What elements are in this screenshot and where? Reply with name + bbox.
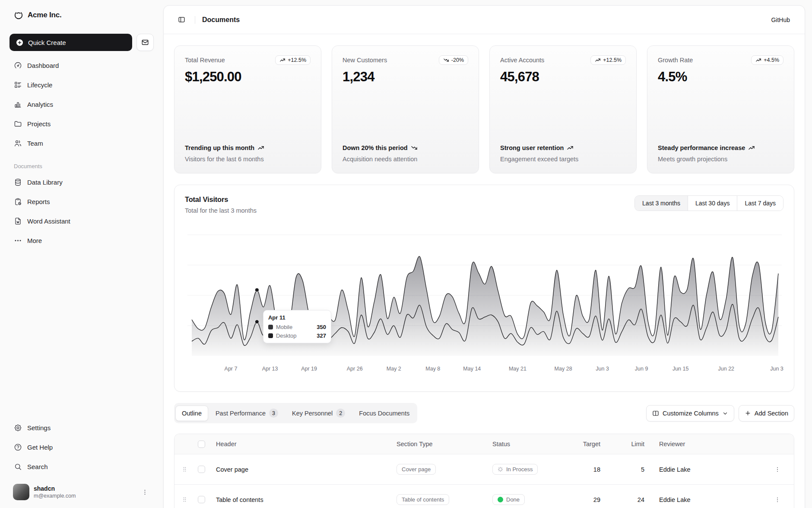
table-row: Table of contents Table of contents Done…: [174, 484, 794, 508]
limit-cell[interactable]: 5: [612, 466, 656, 473]
stat-card-new-customers: New Customers -20% 1,234 Down 20% this p…: [332, 45, 479, 173]
sidebar-toggle-button[interactable]: [175, 13, 188, 26]
sidebar-item-label: Team: [27, 140, 43, 147]
svg-text:Jun 30: Jun 30: [770, 366, 783, 372]
sidebar-item-word-assistant[interactable]: Word Assistant: [10, 213, 154, 230]
stat-cards: Total Revenue +12.5% $1,250.00 Trending …: [174, 45, 794, 173]
tab-focus-documents[interactable]: Focus Documents: [352, 406, 416, 421]
sidebar-item-reports[interactable]: Reports: [10, 193, 154, 210]
inner-shadow-top-icon: [14, 10, 23, 20]
row-actions-button[interactable]: [772, 495, 783, 505]
sidebar-item-dashboard[interactable]: Dashboard: [10, 57, 154, 74]
column-reviewer: Reviewer: [656, 441, 769, 447]
limit-cell[interactable]: 24: [612, 496, 656, 503]
row-checkbox[interactable]: [198, 466, 205, 473]
stat-footer-title: Down 20% this period: [343, 144, 468, 153]
svg-text:Jun 9: Jun 9: [635, 366, 648, 372]
sidebar-item-lifecycle[interactable]: Lifecycle: [10, 77, 154, 93]
search-icon: [14, 463, 22, 471]
section-type-badge: Cover page: [396, 464, 436, 475]
stat-footer-title: Strong user retention: [500, 144, 626, 153]
svg-text:May 28: May 28: [555, 366, 572, 372]
sidebar-item-label: Get Help: [27, 444, 53, 451]
drag-handle[interactable]: [174, 466, 194, 473]
column-limit: Limit: [612, 441, 656, 447]
sidebar-item-projects[interactable]: Projects: [10, 115, 154, 132]
column-header: Header: [213, 441, 393, 447]
range-last-7-days[interactable]: Last 7 days: [737, 196, 783, 211]
customize-columns-button[interactable]: Customize Columns: [646, 405, 734, 422]
badge-value: -20%: [451, 57, 464, 63]
table-row: Cover page Cover page In Process 18 5 Ed…: [174, 454, 794, 484]
chevron-down-icon: [722, 410, 728, 416]
row-header-cell[interactable]: Cover page: [213, 466, 393, 473]
svg-text:May 21: May 21: [509, 366, 527, 372]
trending-up-icon: [257, 144, 264, 151]
sidebar-item-settings[interactable]: Settings: [10, 419, 154, 436]
sidebar-item-analytics[interactable]: Analytics: [10, 96, 154, 113]
sidebar-item-label: Settings: [27, 424, 51, 431]
user-menu[interactable]: shadcn m@example.com: [10, 481, 154, 501]
folder-icon: [14, 120, 22, 128]
stat-label: New Customers: [343, 55, 387, 64]
tooltip-row-mobile: Mobile 350: [268, 324, 326, 330]
sidebar-item-data-library[interactable]: Data Library: [10, 174, 154, 191]
panel-left-icon: [178, 16, 185, 23]
row-actions-button[interactable]: [772, 464, 783, 475]
header-separator: [195, 16, 195, 24]
trending-up-icon: [755, 57, 761, 63]
chart-bar-icon: [14, 100, 22, 109]
tooltip-row-desktop: Desktop 327: [268, 332, 326, 339]
sidebar-item-more[interactable]: More: [10, 232, 154, 249]
help-icon: [14, 443, 22, 451]
sidebar-item-get-help[interactable]: Get Help: [10, 439, 154, 456]
drag-handle[interactable]: [174, 496, 194, 503]
row-header-cell[interactable]: Table of contents: [213, 496, 393, 503]
table-header-row: Header Section Type Status Target Limit …: [174, 434, 794, 454]
main-panel: Documents GitHub Total Revenue +12.5% $1…: [163, 5, 805, 508]
mail-button[interactable]: [136, 34, 154, 51]
stat-value: $1,250.00: [185, 69, 311, 85]
tab-outline[interactable]: Outline: [175, 406, 208, 421]
sidebar-nav: Dashboard Lifecycle Analytics Projects: [10, 57, 154, 152]
tab-past-performance[interactable]: Past Performance 3: [209, 404, 285, 422]
stat-value: 1,234: [343, 69, 468, 85]
tab-key-personnel[interactable]: Key Personnel 2: [285, 404, 352, 422]
stat-card-active-accounts: Active Accounts +12.5% 45,678 Strong use…: [489, 45, 637, 173]
select-all-checkbox[interactable]: [198, 441, 205, 448]
sidebar-item-label: Dashboard: [27, 62, 59, 69]
svg-text:Apr 19: Apr 19: [301, 366, 317, 372]
mobile-swatch: [268, 325, 273, 329]
add-section-button[interactable]: Add Section: [739, 405, 794, 422]
section-tabs: Outline Past Performance 3 Key Personnel…: [174, 403, 417, 423]
github-link[interactable]: GitHub: [771, 16, 790, 23]
svg-text:Apr 26: Apr 26: [347, 366, 363, 372]
area-chart[interactable]: Apr 7Apr 13Apr 19Apr 26May 2May 8May 14M…: [185, 221, 783, 385]
brand[interactable]: Acme Inc.: [10, 8, 154, 22]
svg-text:Jun 3: Jun 3: [596, 366, 609, 372]
user-menu-button[interactable]: [140, 487, 150, 498]
page-title: Documents: [202, 16, 240, 24]
trending-up-icon: [279, 57, 285, 63]
trend-badge: +4.5%: [751, 55, 783, 65]
quick-create-button[interactable]: Quick Create: [10, 34, 132, 51]
range-last-3-months[interactable]: Last 3 months: [635, 196, 688, 211]
file-word-icon: [14, 217, 22, 225]
sidebar-item-label: Projects: [27, 120, 51, 128]
svg-text:Apr 7: Apr 7: [225, 366, 238, 372]
reviewer-cell[interactable]: Eddie Lake: [656, 496, 769, 503]
row-checkbox[interactable]: [198, 496, 205, 503]
stat-footer-sub: Visitors for the last 6 months: [185, 156, 311, 163]
stat-footer-title: Steady performance increase: [658, 144, 783, 153]
target-cell[interactable]: 29: [576, 496, 612, 503]
user-name: shadcn: [34, 485, 135, 492]
sidebar-documents-nav: Data Library Reports Word Assistant: [10, 174, 154, 249]
check-circle-icon: [498, 497, 503, 502]
range-last-30-days[interactable]: Last 30 days: [688, 196, 737, 211]
svg-text:Jun 15: Jun 15: [672, 366, 689, 372]
stat-card-total-revenue: Total Revenue +12.5% $1,250.00 Trending …: [174, 45, 321, 173]
sidebar-item-team[interactable]: Team: [10, 135, 154, 152]
target-cell[interactable]: 18: [576, 466, 612, 473]
reviewer-cell[interactable]: Eddie Lake: [656, 466, 769, 473]
sidebar-item-search[interactable]: Search: [10, 458, 154, 475]
